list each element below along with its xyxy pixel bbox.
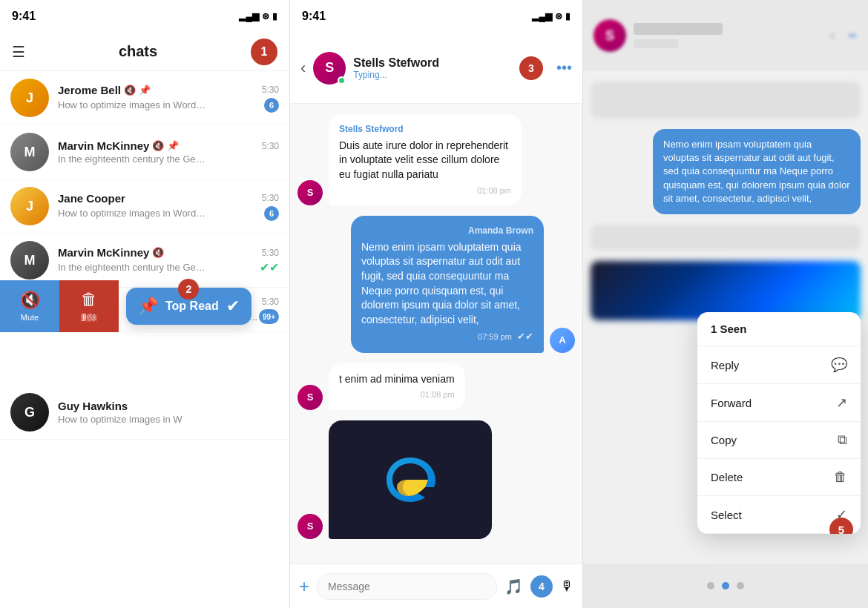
time-1: 9:41 [12,10,36,23]
dot-3 [737,582,744,589]
bubble-text-1: Duis aute irure dolor in reprehenderit i… [339,139,511,182]
top-read-label: Top Read [165,300,219,313]
msg-avatar-stells-3: S [297,514,323,539]
top-read-popup[interactable]: 2 📌 Top Read ✔ [126,288,251,325]
bubble-text-3: t enim ad minima veniam [339,372,455,387]
conversation-header: ‹ S Stells Stefword Typing... 3 ••• [290,33,582,104]
conversation-panel: 9:41 ▂▄▆ ⊛ ▮ ‹ S Stells Stefword Typing.… [289,0,582,608]
ctx-reply[interactable]: Reply 💬 [697,346,861,384]
mute-button[interactable]: 🔇 Mute [0,280,59,332]
online-indicator [338,76,346,85]
time-2: 9:41 [302,10,326,23]
detail-action-icon: ✏ [849,30,858,42]
ctx-reply-label: Reply [711,359,739,371]
chat-name-marvin2: Marvin McKinney [58,246,149,259]
top-read-check-icon: ✔ [226,297,240,316]
chat-name-guy: Guy Hawkins [58,400,128,412]
forward-icon: ↗ [836,394,847,411]
chat-info-guy: Guy Hawkins How to optimize images in W [58,400,279,425]
ctx-seen-count: 1 Seen [697,312,861,346]
bubble-time-2: 07:59 pm ✔✔ [361,330,533,343]
swipe-actions: 🔇 Mute 🗑 删除 2 📌 Top Read ✔ [0,280,289,332]
bubble-sender-2: Amanda Brown [361,225,533,237]
detail-outgoing-bubble: Nemo enim ipsam voluptatem quia voluptas… [653,129,861,214]
mute-icon-marvin1: 🔇 [152,140,164,151]
wifi-icon-2: ⊛ [555,11,562,22]
delete-button[interactable]: 🗑 删除 [59,280,119,332]
bubble-image [329,420,492,539]
detail-header: S ‹ ✏ [583,0,868,71]
detail-name-blurred [634,23,723,35]
detail-status-blurred [634,39,678,48]
avatar-jerome: J [10,79,49,117]
copy-icon: ⧉ [838,432,847,448]
back-button[interactable]: ‹ [300,59,306,78]
bubble-time-3: 01:08 pm [339,389,455,400]
header-badge-3: 3 [519,56,543,80]
avatar-marvin1: M [10,133,49,171]
dot-1 [707,582,714,589]
ctx-forward[interactable]: Forward ↗ [697,384,861,422]
chats-header: ☰ chats 1 [0,33,289,71]
chat-time-marvin1: 5:30 [262,141,279,151]
chat-item-jane[interactable]: J Jane Cooper 5:30 How to optimize image… [0,179,289,234]
chat-preview-jerome: How to optimize images in WordPress for.… [58,99,206,110]
mute-icon-jerome: 🔇 [124,85,136,96]
detail-back-icon: ‹ [830,26,835,45]
detail-outgoing-text: Nemo enim ipsam voluptatem quia voluptas… [663,139,849,204]
bubble-1: Stells Stefword Duis aute irure dolor in… [329,114,522,205]
chat-preview-guy: How to optimize images in W [58,414,183,425]
chats-panel: 9:41 ▂▄▆ ⊛ ▮ ☰ chats 1 J Jerome Bell 🔇 📌 [0,0,289,608]
new-chat-button[interactable]: 1 [251,39,277,65]
chat-name-marvin1: Marvin McKinney [58,139,149,152]
mic-button[interactable]: 🎙 [560,578,573,594]
message-input-bar: + 🎵 4 🎙 [290,564,582,608]
conv-avatar: S [313,52,346,85]
msg-avatar-amanda: A [550,328,575,353]
delete-icon: 🗑 [834,469,847,485]
ctx-delete-label: Delete [711,471,743,483]
chat-time-jane: 5:30 [262,193,279,203]
message-row-2: A Amanda Brown Nemo enim ipsam voluptate… [297,216,575,353]
status-icons-2: ▂▄▆ ⊛ ▮ [532,11,571,22]
chat-info-marvin1: Marvin McKinney 🔇 📌 5:30 In the eighteen… [58,139,279,165]
add-attachment-button[interactable]: + [299,576,309,597]
mute-icon-marvin2: 🔇 [152,247,164,258]
ctx-copy[interactable]: Copy ⧉ [697,422,861,459]
more-options-button[interactable]: ••• [556,59,572,76]
chat-preview-marvin2: In the eighteenth century the German phi… [58,262,206,273]
badge-4: 4 [530,575,553,598]
avatar-marvin2: M [10,241,49,280]
detail-user-info [634,23,823,48]
bubble-sender-1: Stells Stefword [339,123,511,136]
top-read-badge: 2 [178,279,199,300]
messages-area: S Stells Stefword Duis aute irure dolor … [290,104,582,564]
message-row-4: S [297,420,575,539]
detail-blurred-msg-2: t enim ad minima veniam [591,225,861,251]
chat-preview-jane: How to optimize images in WordPress for.… [58,208,206,219]
chats-title: chats [25,43,251,60]
hamburger-icon[interactable]: ☰ [12,43,25,61]
chat-item-guy[interactable]: G Guy Hawkins How to optimize images in … [0,386,289,440]
chat-list: J Jerome Bell 🔇 📌 5:30 How to optimize i… [0,71,289,608]
signal-icon-2: ▂▄▆ [532,11,552,22]
chat-item-jerome[interactable]: J Jerome Bell 🔇 📌 5:30 How to optimize i… [0,71,289,125]
status-bar-1: 9:41 ▂▄▆ ⊛ ▮ [0,0,289,33]
bubble-time-1: 01:08 pm [339,185,511,196]
detail-blurred-image [591,261,861,320]
status-bar-2: 9:41 ▂▄▆ ⊛ ▮ [290,0,582,33]
signal-icon: ▂▄▆ [239,11,259,22]
message-row-3: S t enim ad minima veniam 01:08 pm [297,363,575,410]
detail-messages-area: Duis aute irure dolor in reprehenderit i… [583,71,868,564]
chat-badge-jane: 6 [264,206,279,221]
ctx-forward-label: Forward [711,397,752,409]
message-input[interactable] [317,573,497,600]
reply-icon: 💬 [831,357,847,373]
delete-label: 删除 [81,312,97,323]
emoji-button[interactable]: 🎵 [504,578,523,595]
chat-name-jane: Jane Cooper [58,192,125,205]
msg-avatar-stells-1: S [297,180,323,205]
chat-item-marvin1[interactable]: M Marvin McKinney 🔇 📌 5:30 In the eighte… [0,125,289,179]
ctx-delete[interactable]: Delete 🗑 [697,459,861,496]
wifi-icon: ⊛ [262,11,269,22]
